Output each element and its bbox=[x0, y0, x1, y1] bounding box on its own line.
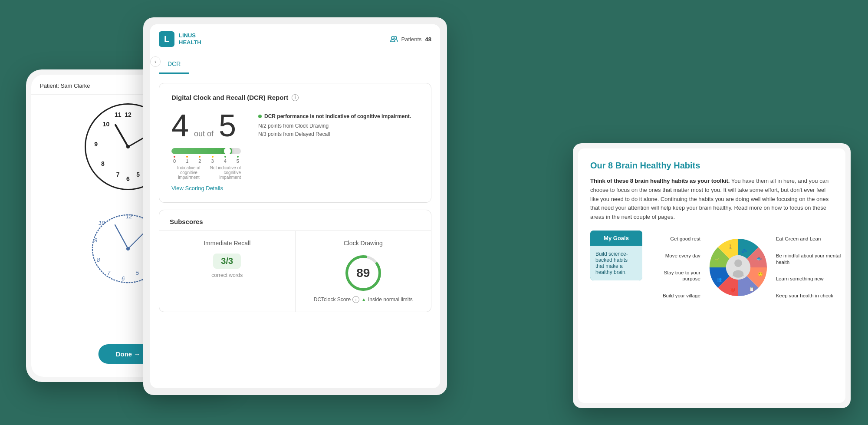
dcr-content: Digital Clock and Recall (DCR) Report i … bbox=[150, 74, 440, 382]
svg-point-13 bbox=[126, 247, 130, 250]
tabs-bar: DCR bbox=[150, 54, 440, 74]
clock-drawing-item: Clock Drawing 89 DCTclock Score i bbox=[296, 231, 431, 312]
sidebar-toggle[interactable]: ‹ bbox=[150, 56, 161, 67]
status-dot bbox=[258, 115, 262, 118]
habit-right-2: Learn something new bbox=[776, 276, 845, 282]
clock-num-6: 6 bbox=[126, 175, 130, 182]
panel-right: Our 8 Brain Healthy Habits Think of thes… bbox=[573, 143, 851, 408]
clock-center bbox=[126, 145, 130, 148]
label-not-impairment: Not indicative of cognitive impairment bbox=[206, 165, 241, 180]
clock-drawing-label: Clock Drawing bbox=[306, 240, 421, 247]
score-out-of: out of bbox=[194, 129, 214, 138]
clock-num-12: 12 bbox=[125, 111, 132, 118]
svg-point-19 bbox=[734, 259, 742, 267]
svg-text:8: 8 bbox=[97, 257, 100, 263]
tick-3: 3 bbox=[211, 156, 214, 164]
brain-title: Our 8 Brain Healthy Habits bbox=[590, 161, 833, 171]
tick-1: 1 bbox=[186, 156, 188, 164]
habit-left-col: Get good rest Move every day Stay true t… bbox=[651, 236, 706, 300]
tick-5: 5 bbox=[237, 156, 239, 164]
subscores-grid: Immediate Recall 3/3 correct words Clock… bbox=[159, 231, 431, 312]
habit-wheel: 💤 🐟 🙂 📋 ❤️ 👥 🌱 🚶 bbox=[706, 231, 771, 304]
svg-line-12 bbox=[128, 231, 145, 249]
clock-num-5: 5 bbox=[136, 171, 140, 178]
tab-dcr[interactable]: DCR bbox=[159, 54, 189, 74]
habit-right-0: Eat Green and Lean bbox=[776, 236, 845, 242]
score-detail: N/2 points from Clock Drawing N/3 points… bbox=[258, 122, 419, 138]
svg-point-14 bbox=[391, 36, 394, 39]
svg-text:7: 7 bbox=[107, 270, 111, 276]
progress-bar-fill bbox=[171, 148, 229, 154]
clock-num-9: 9 bbox=[94, 141, 98, 148]
clock-info-icon[interactable]: i bbox=[352, 296, 359, 303]
goals-body: Build science-backed habits that make a … bbox=[590, 246, 642, 280]
dcr-report-card: Digital Clock and Recall (DCR) Report i … bbox=[159, 83, 431, 203]
clock-num-10: 10 bbox=[103, 121, 110, 128]
svg-text:🙂: 🙂 bbox=[758, 271, 763, 277]
svg-text:10: 10 bbox=[99, 220, 105, 226]
panel-middle: L LINUS HEALTH Patients 48 ‹ DC bbox=[143, 17, 447, 395]
svg-text:📋: 📋 bbox=[749, 287, 755, 292]
svg-line-11 bbox=[115, 225, 128, 249]
svg-text:12: 12 bbox=[126, 213, 132, 220]
score-row: 4 out of 5 bbox=[171, 110, 419, 192]
tick-2: 2 bbox=[198, 156, 201, 164]
habit-right-1: Be mindful about your mental health bbox=[776, 253, 845, 266]
immediate-recall-value: 3/3 bbox=[213, 254, 241, 269]
score-total: 5 bbox=[219, 110, 236, 141]
svg-text:🌱: 🌱 bbox=[714, 258, 720, 263]
dcr-report-title: Digital Clock and Recall (DCR) Report i bbox=[171, 94, 419, 101]
score-display-block: 4 out of 5 bbox=[171, 110, 241, 192]
habit-right-3: Keep your health in check bbox=[776, 293, 845, 299]
habit-left-1: Move every day bbox=[651, 253, 700, 259]
brain-intro: Think of these 8 brain healthy habits as… bbox=[590, 177, 833, 222]
hour-hand bbox=[114, 124, 128, 147]
patients-info: Patients 48 bbox=[390, 36, 431, 43]
immediate-recall-sub: correct words bbox=[170, 272, 285, 278]
brain-intro-bold: Think of these 8 brain healthy habits as… bbox=[590, 178, 730, 184]
panel-middle-inner: L LINUS HEALTH Patients 48 ‹ DC bbox=[150, 24, 440, 388]
subscores-title: Subscores bbox=[159, 210, 431, 231]
tick-0: 0 bbox=[173, 156, 176, 164]
score-status: DCR performance is not indicative of cog… bbox=[258, 113, 419, 119]
immediate-recall-item: Immediate Recall 3/3 correct words bbox=[159, 231, 296, 312]
habit-left-3: Build your village bbox=[651, 293, 700, 299]
tick-4: 4 bbox=[224, 156, 227, 164]
goals-header: My Goals bbox=[590, 231, 642, 246]
linus-header: L LINUS HEALTH Patients 48 bbox=[150, 24, 440, 54]
clock-num-11: 11 bbox=[115, 111, 122, 118]
patients-label: Patients bbox=[401, 36, 422, 43]
svg-text:9: 9 bbox=[94, 237, 97, 244]
svg-point-15 bbox=[394, 36, 397, 39]
habit-left-0: Get good rest bbox=[651, 236, 700, 242]
clock-score-number: 89 bbox=[356, 266, 370, 280]
svg-point-20 bbox=[733, 270, 743, 278]
dcr-info-icon[interactable]: i bbox=[292, 94, 299, 101]
label-impairment: Indicative of cognitive impairment bbox=[171, 165, 206, 180]
patients-count: 48 bbox=[425, 36, 431, 43]
svg-text:6: 6 bbox=[122, 275, 125, 282]
svg-text:5: 5 bbox=[136, 270, 139, 276]
goals-box: My Goals Build science-backed habits tha… bbox=[590, 231, 642, 280]
clock-score-info: DCTclock Score i ▲ Inside normal limits bbox=[306, 296, 421, 303]
svg-text:❤️: ❤️ bbox=[730, 288, 736, 293]
progress-ticks: 0 1 2 bbox=[171, 156, 241, 164]
progress-labels: Indicative of cognitive impairment Not i… bbox=[171, 165, 241, 180]
svg-text:🚶: 🚶 bbox=[728, 244, 733, 250]
linus-logo-mark: L bbox=[159, 31, 174, 47]
clock-num-7: 7 bbox=[116, 171, 120, 178]
progress-bar-track bbox=[171, 148, 241, 154]
habit-left-2: Stay true to your purpose bbox=[651, 270, 700, 283]
svg-text:👥: 👥 bbox=[717, 277, 722, 282]
clock-num-8: 8 bbox=[101, 160, 105, 167]
linus-logo-text: LINUS HEALTH bbox=[179, 32, 201, 46]
linus-logo: L LINUS HEALTH bbox=[159, 31, 201, 47]
progress-thumb bbox=[223, 148, 232, 154]
clock-score-circle: 89 bbox=[344, 254, 383, 293]
habit-right-col: Eat Green and Lean Be mindful about your… bbox=[771, 236, 845, 300]
view-scoring-link[interactable]: View Scoring Details bbox=[171, 185, 223, 191]
subscores-card: Subscores Immediate Recall 3/3 correct w… bbox=[159, 210, 431, 312]
svg-text:🐟: 🐟 bbox=[756, 256, 762, 261]
progress-bar-container: 0 1 2 bbox=[171, 148, 241, 180]
score-info-box: DCR performance is not indicative of cog… bbox=[258, 110, 419, 138]
